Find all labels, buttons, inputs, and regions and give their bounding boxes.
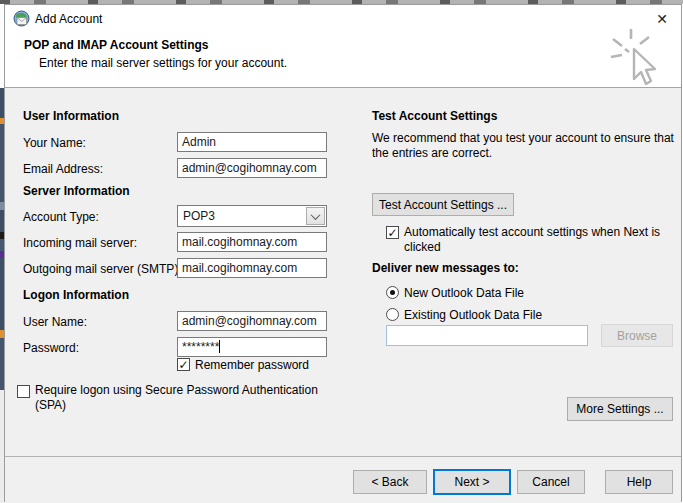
add-account-dialog: Add Account ✕ POP and IMAP Account Setti… — [4, 4, 682, 502]
user-name-label: User Name: — [23, 315, 87, 329]
next-button[interactable]: Next > — [433, 469, 511, 495]
test-account-settings-description: We recommend that you test your account … — [372, 131, 683, 161]
outgoing-server-input[interactable]: mail.cogihomnay.com — [177, 258, 327, 278]
add-account-app-icon — [13, 10, 30, 27]
password-masked-value: ******** — [182, 340, 219, 354]
footer-separator — [5, 456, 681, 457]
test-account-settings-button[interactable]: Test Account Settings ... — [372, 193, 514, 216]
radio-new-outlook-data-file[interactable] — [386, 286, 399, 299]
incoming-server-input[interactable]: mail.cogihomnay.com — [177, 232, 327, 252]
auto-test-label: Automatically test account settings when… — [404, 225, 672, 255]
sparkle-cursor-icon — [609, 27, 667, 91]
user-information-heading: User Information — [23, 109, 119, 123]
outgoing-server-label: Outgoing mail server (SMTP): — [23, 262, 182, 276]
account-type-select[interactable]: POP3 — [177, 205, 327, 227]
back-button[interactable]: < Back — [353, 470, 427, 494]
spa-checkbox[interactable] — [17, 385, 30, 398]
password-input[interactable]: ******** — [177, 337, 327, 357]
account-type-label: Account Type: — [23, 210, 99, 224]
email-address-input[interactable]: admin@cogihomnay.com — [177, 158, 327, 178]
remember-password-checkbox[interactable]: ✓ — [177, 358, 190, 371]
radio-existing-outlook-data-file-label: Existing Outlook Data File — [404, 308, 542, 322]
checkmark-icon: ✓ — [178, 359, 188, 371]
radio-existing-outlook-data-file[interactable] — [386, 308, 399, 321]
wizard-header: POP and IMAP Account Settings Enter the … — [5, 33, 681, 88]
more-settings-button[interactable]: More Settings ... — [567, 397, 673, 421]
close-icon: ✕ — [656, 11, 668, 27]
text-caret — [219, 340, 220, 353]
dialog-titlebar: Add Account ✕ — [5, 5, 681, 33]
your-name-input[interactable]: Admin — [177, 132, 327, 152]
screenshot-stage: Add Account ✕ POP and IMAP Account Setti… — [0, 0, 683, 503]
checkmark-icon: ✓ — [387, 227, 397, 239]
server-information-heading: Server Information — [23, 184, 130, 198]
help-button[interactable]: Help — [605, 470, 673, 494]
logon-information-heading: Logon Information — [23, 288, 129, 302]
data-file-path-input[interactable] — [386, 325, 588, 346]
test-account-settings-heading: Test Account Settings — [372, 109, 497, 123]
account-type-value: POP3 — [183, 209, 215, 223]
cancel-button[interactable]: Cancel — [517, 470, 585, 494]
radio-new-outlook-data-file-label: New Outlook Data File — [404, 286, 524, 300]
combo-dropdown-button[interactable] — [306, 207, 325, 225]
browse-button[interactable]: Browse — [601, 324, 673, 347]
page-subtitle: Enter the mail server settings for your … — [39, 56, 287, 70]
incoming-server-label: Incoming mail server: — [23, 236, 137, 250]
deliver-new-messages-heading: Deliver new messages to: — [372, 261, 519, 275]
dialog-title: Add Account — [35, 12, 102, 26]
password-label: Password: — [23, 341, 79, 355]
auto-test-checkbox[interactable]: ✓ — [386, 226, 399, 239]
user-name-input[interactable]: admin@cogihomnay.com — [177, 311, 327, 331]
page-title: POP and IMAP Account Settings — [24, 38, 208, 52]
email-address-label: Email Address: — [23, 162, 103, 176]
remember-password-label: Remember password — [195, 358, 309, 372]
chevron-down-icon — [311, 210, 321, 220]
dialog-body: User Information Your Name: Admin Email … — [5, 89, 681, 503]
spa-label: Require logon using Secure Password Auth… — [35, 383, 347, 413]
your-name-label: Your Name: — [23, 136, 86, 150]
